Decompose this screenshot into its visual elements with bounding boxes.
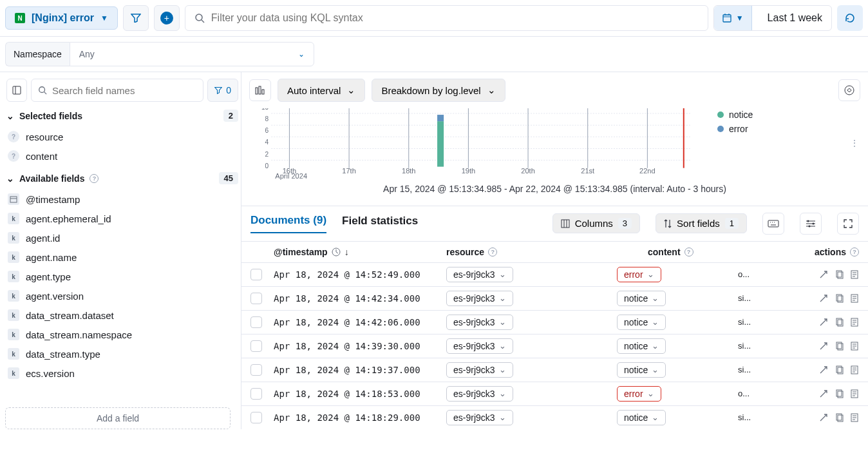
legend-item[interactable]: error [717, 124, 859, 134]
dataview-picker[interactable]: N [Nginx] error ▼ [5, 6, 118, 30]
filter-icon-button[interactable] [123, 5, 149, 31]
help-icon[interactable]: ? [684, 247, 693, 257]
collapse-sidebar-button[interactable] [6, 79, 27, 102]
field-filter-button[interactable]: 0 [207, 79, 238, 102]
table-row[interactable]: Apr 18, 2024 @ 14:19:37.000es-9rj9ck3 ⌄n… [241, 358, 868, 382]
table-row[interactable]: Apr 18, 2024 @ 14:42:34.000es-9rj9ck3 ⌄n… [241, 286, 868, 310]
doc-icon[interactable] [850, 270, 859, 279]
doc-icon[interactable] [850, 294, 859, 303]
row-checkbox[interactable] [250, 388, 262, 400]
doc-icon[interactable] [850, 342, 859, 351]
row-checkbox[interactable] [250, 316, 262, 328]
resource-pill[interactable]: es-9rj9ck3 ⌄ [446, 410, 513, 425]
resource-pill[interactable]: es-9rj9ck3 ⌄ [446, 362, 513, 378]
table-row[interactable]: Apr 18, 2024 @ 14:52:49.000es-9rj9ck3 ⌄e… [241, 262, 868, 286]
field-item[interactable]: kagent.ephemeral_id [6, 209, 238, 228]
calendar-icon[interactable]: ▼ [714, 6, 752, 30]
resource-pill[interactable]: es-9rj9ck3 ⌄ [446, 291, 513, 306]
row-checkbox[interactable] [250, 293, 262, 304]
doc-icon[interactable] [850, 318, 859, 327]
header-content[interactable]: content [648, 247, 681, 257]
table-row[interactable]: Apr 18, 2024 @ 14:18:29.000es-9rj9ck3 ⌄n… [241, 405, 868, 429]
copy-icon[interactable] [835, 342, 844, 351]
expand-icon[interactable] [819, 318, 828, 327]
level-pill[interactable]: notice ⌄ [617, 315, 666, 330]
tab-field-statistics[interactable]: Field statistics [342, 215, 418, 233]
copy-icon[interactable] [835, 270, 844, 279]
table-row[interactable]: Apr 18, 2024 @ 14:42:06.000es-9rj9ck3 ⌄n… [241, 310, 868, 334]
doc-icon[interactable] [850, 389, 859, 398]
field-item[interactable]: kdata_stream.dataset [6, 305, 238, 325]
help-icon[interactable]: ? [850, 247, 859, 257]
row-checkbox[interactable] [250, 412, 262, 423]
columns-button[interactable]: Columns 3 [552, 213, 640, 233]
doc-icon[interactable] [850, 413, 859, 422]
available-fields-header[interactable]: ⌄ Available fields ? 45 [6, 172, 238, 184]
field-item[interactable]: kagent.version [6, 286, 238, 305]
kql-search-bar[interactable] [185, 5, 708, 31]
header-timestamp[interactable]: @timestamp [274, 247, 328, 257]
fullscreen-icon[interactable] [837, 213, 859, 235]
field-search-input[interactable] [52, 85, 196, 96]
table-row[interactable]: Apr 18, 2024 @ 14:39:30.000es-9rj9ck3 ⌄n… [241, 334, 868, 358]
sort-desc-icon[interactable]: ↓ [344, 247, 349, 257]
hide-chart-button[interactable] [249, 79, 271, 101]
refresh-button[interactable] [837, 5, 863, 31]
copy-icon[interactable] [835, 294, 844, 303]
breakdown-select[interactable]: Breakdown by log.level ⌄ [372, 79, 505, 102]
legend-options-icon[interactable]: ⋮ [850, 138, 859, 148]
expand-icon[interactable] [819, 413, 828, 422]
tab-documents[interactable]: Documents (9) [250, 214, 326, 233]
legend-item[interactable]: notice [717, 110, 859, 120]
resource-pill[interactable]: es-9rj9ck3 ⌄ [446, 338, 513, 354]
table-row[interactable]: Apr 18, 2024 @ 14:18:53.000es-9rj9ck3 ⌄e… [241, 382, 868, 405]
copy-icon[interactable] [835, 365, 844, 374]
row-checkbox[interactable] [250, 340, 262, 352]
display-options-icon[interactable] [800, 213, 822, 235]
selected-fields-header[interactable]: ⌄ Selected fields 2 [6, 110, 238, 122]
expand-icon[interactable] [819, 270, 828, 279]
resource-pill[interactable]: es-9rj9ck3 ⌄ [446, 386, 513, 402]
help-icon[interactable]: ? [488, 247, 497, 257]
namespace-select[interactable]: Any ⌄ [70, 42, 314, 66]
sort-fields-button[interactable]: Sort fields 1 [656, 213, 747, 233]
expand-icon[interactable] [819, 365, 828, 374]
doc-icon[interactable] [850, 365, 859, 374]
level-pill[interactable]: notice ⌄ [617, 338, 666, 354]
level-pill[interactable]: notice ⌄ [617, 362, 666, 378]
field-item[interactable]: ?resource [6, 127, 238, 146]
level-pill[interactable]: notice ⌄ [617, 410, 666, 425]
copy-icon[interactable] [835, 318, 844, 327]
interval-select[interactable]: Auto interval ⌄ [278, 79, 365, 102]
add-field-button[interactable]: Add a field [5, 407, 231, 429]
field-item[interactable]: kagent.name [6, 247, 238, 267]
time-picker[interactable]: ▼ Last 1 week [713, 5, 832, 31]
histogram-chart[interactable]: 0246810 16th17th18th19th20th21st22nd Apr… [250, 108, 704, 180]
level-pill[interactable]: error ⌄ [617, 386, 661, 402]
row-checkbox[interactable] [250, 364, 262, 376]
kql-input[interactable] [211, 12, 699, 24]
copy-icon[interactable] [835, 389, 844, 398]
field-search[interactable] [31, 79, 203, 102]
field-item[interactable]: kagent.id [6, 228, 238, 247]
keyboard-icon[interactable] [762, 213, 784, 235]
field-item[interactable]: kagent.type [6, 267, 238, 286]
field-item[interactable]: @timestamp [6, 189, 238, 209]
help-icon[interactable]: ? [90, 174, 99, 183]
level-pill[interactable]: notice ⌄ [617, 291, 666, 306]
add-filter-button[interactable]: + [154, 5, 180, 31]
field-item[interactable]: kdata_stream.type [6, 344, 238, 364]
row-checkbox[interactable] [250, 269, 262, 280]
expand-icon[interactable] [819, 389, 828, 398]
copy-icon[interactable] [835, 413, 844, 422]
resource-pill[interactable]: es-9rj9ck3 ⌄ [446, 267, 513, 282]
field-item[interactable]: ?content [6, 146, 238, 166]
resource-pill[interactable]: es-9rj9ck3 ⌄ [446, 315, 513, 330]
level-pill[interactable]: error ⌄ [617, 267, 661, 282]
expand-icon[interactable] [819, 342, 828, 351]
header-resource[interactable]: resource [446, 247, 484, 257]
lens-button[interactable] [838, 79, 860, 101]
field-item[interactable]: kdata_stream.namespace [6, 325, 238, 344]
expand-icon[interactable] [819, 294, 828, 303]
field-item[interactable]: kecs.version [6, 364, 238, 383]
